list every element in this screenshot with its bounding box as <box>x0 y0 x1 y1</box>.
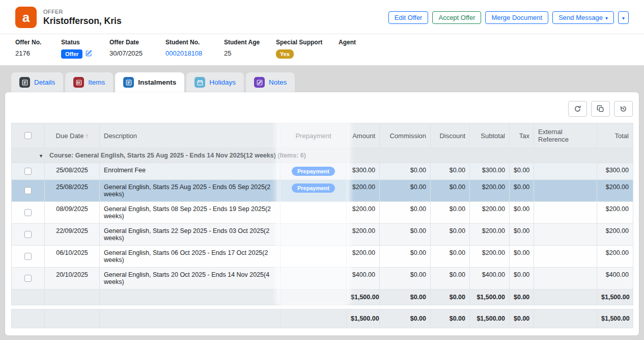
collapse-group-icon[interactable]: ▾ <box>12 153 49 159</box>
items-icon <box>73 77 84 88</box>
agent-label: Agent <box>339 39 400 46</box>
page-title: Kristofferson, Kris <box>43 16 122 27</box>
col-amount[interactable]: Amount <box>347 123 380 148</box>
cell-description: General English, Starts 25 Aug 2025 - En… <box>100 180 281 202</box>
group-total-subtotal: $1,500.00 <box>470 290 510 305</box>
app-logo-icon: a <box>15 7 37 28</box>
cell-tax: $0.00 <box>510 268 534 290</box>
row-checkbox[interactable] <box>24 168 32 175</box>
course-group-label: Course: General English, Starts 25 Aug 2… <box>49 152 306 159</box>
cell-subtotal: $200.00 <box>470 224 510 246</box>
col-due-date[interactable]: Due Date↑ <box>45 123 100 148</box>
tab-notes[interactable]: Notes <box>246 72 295 92</box>
instalments-panel: Due Date↑ Description Prepayment Amount … <box>5 92 639 335</box>
cell-total: $200.00 <box>597 202 633 224</box>
col-discount[interactable]: Discount <box>431 123 470 148</box>
notes-icon <box>254 77 265 88</box>
select-all-checkbox[interactable] <box>24 132 32 139</box>
cell-tax: $0.00 <box>510 163 534 180</box>
history-button[interactable] <box>614 101 633 117</box>
cell-discount: $0.00 <box>431 180 470 202</box>
row-checkbox[interactable] <box>24 275 32 282</box>
tab-label: Instalments <box>138 79 176 86</box>
send-message-button[interactable]: Send Message▾ <box>552 11 614 24</box>
cell-commission: $0.00 <box>380 224 431 246</box>
cell-tax: $0.00 <box>510 246 534 268</box>
details-icon <box>19 77 30 88</box>
header-actions: Edit Offer Accept Offer Merge Document S… <box>388 11 629 24</box>
grand-total-table: $1,500.00 $0.00 $0.00 $1,500.00 $0.00 $1… <box>11 309 633 328</box>
row-checkbox[interactable] <box>24 209 32 216</box>
tab-details[interactable]: Details <box>11 72 63 92</box>
cell-external-reference <box>534 163 597 180</box>
col-prepayment[interactable]: Prepayment <box>281 123 347 148</box>
offer-page: a OFFER Kristofferson, Kris Edit Offer A… <box>0 0 644 340</box>
prepayment-badge[interactable]: Prepayment <box>292 167 335 176</box>
prepayment-badge[interactable]: Prepayment <box>292 184 335 193</box>
offer-info-bar: Offer No. 2176 Status Offer Offer Date 3… <box>0 34 644 65</box>
row-checkbox[interactable] <box>24 231 32 238</box>
cell-subtotal: $200.00 <box>470 246 510 268</box>
edit-offer-button[interactable]: Edit Offer <box>388 11 429 24</box>
tab-holidays[interactable]: Holidays <box>186 72 244 92</box>
status-field: Status Offer <box>61 39 109 59</box>
cell-total: $300.00 <box>597 163 633 180</box>
header-top-row: a OFFER Kristofferson, Kris Edit Offer A… <box>0 0 644 34</box>
tab-label: Notes <box>269 79 287 86</box>
student-age-label: Student Age <box>224 39 276 46</box>
cell-discount: $0.00 <box>431 163 470 180</box>
cell-description: General English, Starts 22 Sep 2025 - En… <box>100 224 281 246</box>
row-checkbox[interactable] <box>24 253 32 260</box>
col-subtotal[interactable]: Subtotal <box>470 123 510 148</box>
holidays-icon <box>194 77 205 88</box>
col-description[interactable]: Description <box>100 123 281 148</box>
grid-toolbar <box>5 92 639 123</box>
cell-subtotal: $200.00 <box>470 180 510 202</box>
row-checkbox[interactable] <box>24 187 32 194</box>
tab-instalments[interactable]: Instalments <box>115 72 184 92</box>
col-total[interactable]: Total <box>597 123 633 148</box>
group-total-discount: $0.00 <box>431 290 470 305</box>
group-total-commission: $0.00 <box>380 290 431 305</box>
cell-due-date: 22/09/2025 <box>45 224 100 246</box>
cell-discount: $0.00 <box>431 246 470 268</box>
cell-tax: $0.00 <box>510 180 534 202</box>
student-age-value: 25 <box>224 49 276 57</box>
status-label: Status <box>61 39 109 46</box>
cell-due-date: 08/09/2025 <box>45 202 100 224</box>
col-external-reference[interactable]: External Reference <box>534 123 597 148</box>
cell-total: $200.00 <box>597 224 633 246</box>
edit-status-icon[interactable] <box>86 50 92 58</box>
merge-document-button[interactable]: Merge Document <box>485 11 548 24</box>
special-support-badge: Yes <box>276 49 294 59</box>
cell-description: General English, Starts 20 Oct 2025 - En… <box>100 268 281 290</box>
copy-button[interactable] <box>591 101 610 117</box>
tab-label: Items <box>88 79 105 86</box>
cell-due-date: 25/08/2025 <box>45 180 100 202</box>
offer-no-value: 2176 <box>15 49 61 57</box>
agent-field: Agent <box>339 39 400 59</box>
refresh-button[interactable] <box>568 101 587 117</box>
accept-offer-button[interactable]: Accept Offer <box>432 11 481 24</box>
tab-label: Holidays <box>209 79 236 86</box>
more-actions-button[interactable]: ▾ <box>618 11 629 24</box>
refresh-icon <box>574 105 581 113</box>
cell-total: $400.00 <box>597 268 633 290</box>
cell-amount: $300.00 <box>347 163 380 180</box>
cell-total: $200.00 <box>597 180 633 202</box>
table-row: 20/10/2025 General English, Starts 20 Oc… <box>12 268 633 290</box>
student-no-link[interactable]: 0002018108 <box>165 49 202 57</box>
cell-external-reference <box>534 246 597 268</box>
offer-tabs: Details Items Instalments Holidays Notes <box>0 72 644 92</box>
col-tax[interactable]: Tax <box>510 123 534 148</box>
group-total-row: $1,500.00 $0.00 $0.00 $1,500.00 $0.00 $1… <box>12 290 633 305</box>
cell-commission: $0.00 <box>380 268 431 290</box>
offer-date-label: Offer Date <box>109 39 165 46</box>
col-commission[interactable]: Commission <box>380 123 431 148</box>
cell-external-reference <box>534 202 597 224</box>
tab-items[interactable]: Items <box>65 72 113 92</box>
tab-label: Details <box>34 79 55 86</box>
chevron-down-icon: ▾ <box>605 15 608 21</box>
cell-subtotal: $200.00 <box>470 202 510 224</box>
cell-amount: $200.00 <box>347 246 380 268</box>
